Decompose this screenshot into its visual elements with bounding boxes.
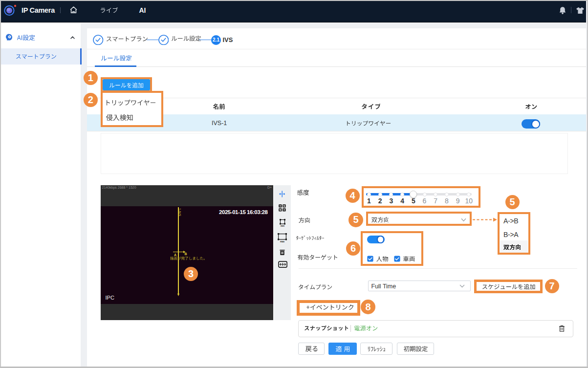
svg-text:max: max [280, 240, 285, 242]
svg-text:min: min [280, 225, 284, 227]
